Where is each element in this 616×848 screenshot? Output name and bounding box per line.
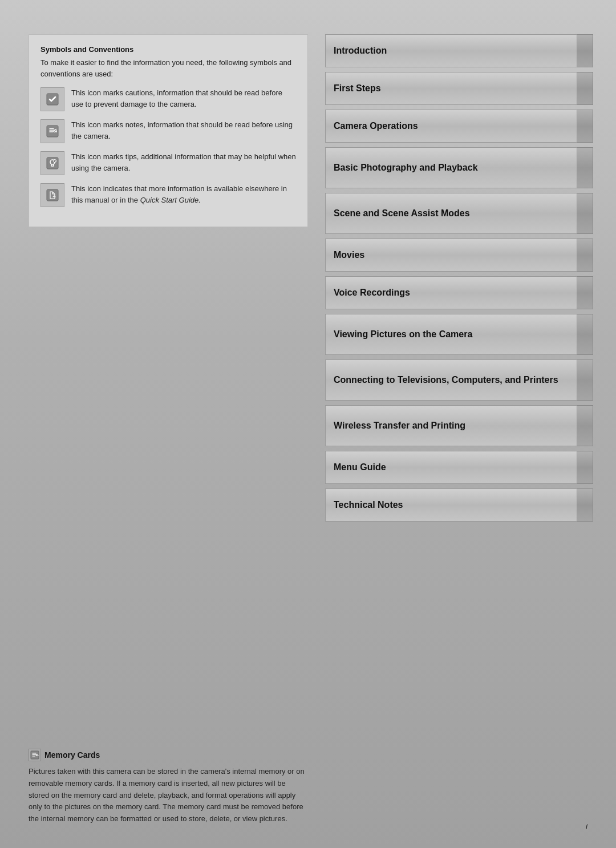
toc-tab-4 <box>577 193 593 234</box>
toc-tab-2 <box>577 110 593 143</box>
toc-tab-5 <box>577 239 593 272</box>
memory-section: Memory Cards Pictures taken with this ca… <box>29 578 308 825</box>
svg-rect-6 <box>47 189 58 201</box>
toc-label-10: Menu Guide <box>325 451 577 484</box>
memory-cards-title: Memory Cards <box>29 749 308 761</box>
toc-tab-9 <box>577 405 593 446</box>
toc-label-6: Voice Recordings <box>325 276 577 309</box>
toc-tab-1 <box>577 72 593 105</box>
toc-item-8[interactable]: Connecting to Televisions, Computers, an… <box>325 360 593 401</box>
toc-label-7: Viewing Pictures on the Camera <box>325 314 577 355</box>
reference-icon <box>40 183 64 207</box>
toc-tab-6 <box>577 276 593 309</box>
toc-item-4[interactable]: Scene and Scene Assist Modes <box>325 193 593 234</box>
symbols-intro: To make it easier to find the informatio… <box>40 57 296 79</box>
toc-item-3[interactable]: Basic Photography and Playback <box>325 147 593 188</box>
tip-text: This icon marks tips, additional informa… <box>71 151 296 173</box>
quick-start-italic: Quick Start Guide. <box>140 196 201 204</box>
toc-item-11[interactable]: Technical Notes <box>325 488 593 522</box>
page-number: i <box>586 822 587 831</box>
toc-item-1[interactable]: First Steps <box>325 72 593 105</box>
toc-label-1: First Steps <box>325 72 577 105</box>
toc-label-8: Connecting to Televisions, Computers, an… <box>325 360 577 401</box>
note-icon-row: This icon marks notes, information that … <box>40 119 296 143</box>
toc-item-5[interactable]: Movies <box>325 239 593 272</box>
toc-item-6[interactable]: Voice Recordings <box>325 276 593 309</box>
toc-tab-0 <box>577 34 593 67</box>
toc-tab-7 <box>577 314 593 355</box>
symbols-title: Symbols and Conventions <box>40 45 296 54</box>
toc-item-0[interactable]: Introduction <box>325 34 593 67</box>
reference-text: This icon indicates that more informatio… <box>71 183 296 205</box>
toc-item-7[interactable]: Viewing Pictures on the Camera <box>325 314 593 355</box>
caution-icon <box>40 87 64 111</box>
svg-text:Q: Q <box>55 159 56 162</box>
toc-label-2: Camera Operations <box>325 110 577 143</box>
svg-rect-2 <box>47 158 58 169</box>
note-icon <box>40 119 64 143</box>
toc-item-9[interactable]: Wireless Transfer and Printing <box>325 405 593 446</box>
tip-icon-row: Q This icon marks tips, additional infor… <box>40 151 296 175</box>
toc-column: IntroductionFirst StepsCamera Operations… <box>325 34 593 825</box>
toc-label-11: Technical Notes <box>325 488 577 522</box>
symbols-section: Symbols and Conventions To make it easie… <box>29 34 308 227</box>
caution-icon-row: This icon marks cautions, information th… <box>40 87 296 111</box>
page-container: Symbols and Conventions To make it easie… <box>0 0 616 848</box>
toc-label-5: Movies <box>325 239 577 272</box>
spacer <box>29 227 308 578</box>
toc-tab-8 <box>577 360 593 401</box>
toc-tab-3 <box>577 147 593 188</box>
memory-body: Pictures taken with this camera can be s… <box>29 766 308 825</box>
toc-label-4: Scene and Scene Assist Modes <box>325 193 577 234</box>
toc-tab-10 <box>577 451 593 484</box>
memory-note-icon <box>29 749 41 761</box>
toc-label-0: Introduction <box>325 34 577 67</box>
note-text: This icon marks notes, information that … <box>71 119 296 142</box>
toc-item-10[interactable]: Menu Guide <box>325 451 593 484</box>
reference-icon-row: This icon indicates that more informatio… <box>40 183 296 207</box>
caution-text: This icon marks cautions, information th… <box>71 87 296 110</box>
toc-label-9: Wireless Transfer and Printing <box>325 405 577 446</box>
toc-label-3: Basic Photography and Playback <box>325 147 577 188</box>
tip-icon: Q <box>40 151 64 175</box>
toc-tab-11 <box>577 488 593 522</box>
toc-item-2[interactable]: Camera Operations <box>325 110 593 143</box>
left-column: Symbols and Conventions To make it easie… <box>29 34 308 825</box>
